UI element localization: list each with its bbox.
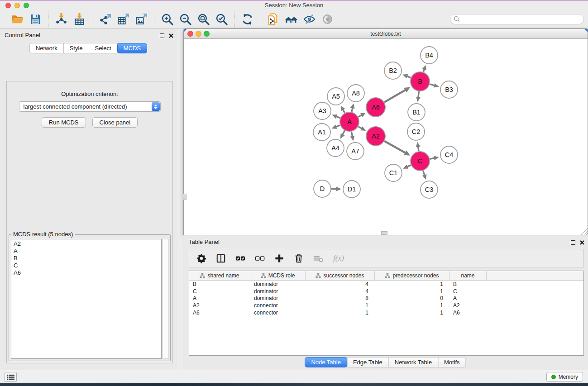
select-all-icon[interactable] — [235, 253, 245, 264]
import-table-icon[interactable] — [72, 11, 87, 27]
table-cell[interactable]: connector — [250, 302, 306, 309]
delete-table-icon[interactable] — [313, 253, 323, 264]
network-zoom-button[interactable] — [204, 31, 210, 37]
memory-button[interactable]: Memory — [546, 372, 583, 382]
table-cell[interactable]: B — [449, 281, 487, 287]
tab-mcds[interactable]: MCDS — [117, 43, 147, 53]
table-row-A2[interactable]: A2connector11A2 — [189, 302, 583, 309]
mcds-result-scrollbar[interactable] — [163, 239, 169, 359]
table-cell[interactable]: 1 — [375, 310, 449, 316]
hide-attributes-icon[interactable] — [301, 11, 317, 27]
table-row-B[interactable]: Bdominator41B — [189, 281, 583, 288]
close-panel-icon[interactable] — [580, 238, 584, 247]
graph-edge-A-A1[interactable] — [332, 124, 340, 129]
tab-edge-table[interactable]: Edge Table — [347, 357, 389, 367]
open-session-icon[interactable] — [10, 11, 25, 27]
column-header-shared-name[interactable]: shared name — [189, 271, 250, 280]
tab-style[interactable]: Style — [63, 43, 89, 53]
search-input[interactable] — [450, 14, 584, 24]
splitter-handle[interactable] — [183, 194, 186, 200]
table-cell[interactable]: A — [189, 295, 250, 301]
save-session-icon[interactable] — [28, 11, 43, 27]
graph-node-B4[interactable]: B4 — [421, 47, 438, 64]
graph-node-B2[interactable]: B2 — [384, 62, 402, 79]
column-header-name[interactable]: name — [449, 271, 487, 280]
table-cell[interactable]: 1 — [306, 310, 375, 316]
table-row-A6[interactable]: A6connector11A6 — [189, 309, 583, 316]
graph-node-C2[interactable]: C2 — [407, 123, 425, 140]
run-mcds-button[interactable]: Run MCDS — [42, 117, 86, 128]
table-cell[interactable]: 4 — [306, 288, 375, 295]
table-cell[interactable]: 0 — [375, 295, 449, 301]
graph-edge-C-C1[interactable] — [403, 165, 411, 169]
delete-column-icon[interactable] — [294, 253, 304, 264]
column-header-successor-nodes[interactable]: successor nodes — [306, 271, 375, 280]
tab-node-table[interactable]: Node Table — [305, 357, 347, 367]
table-cell[interactable]: dominator — [250, 281, 306, 287]
add-column-icon[interactable] — [274, 253, 284, 264]
graph-edge-C-C4[interactable] — [430, 156, 439, 160]
function-builder-icon[interactable]: f(x) — [333, 253, 347, 264]
splitter-handle[interactable] — [381, 231, 387, 235]
import-network-icon[interactable] — [53, 11, 69, 27]
network-close-button[interactable] — [187, 31, 193, 37]
float-panel-icon[interactable] — [571, 240, 575, 245]
tab-motifs[interactable]: Motifs — [438, 357, 466, 367]
mcds-result-item[interactable]: A — [11, 248, 161, 255]
graph-node-B[interactable]: B — [411, 72, 430, 91]
column-view-icon[interactable] — [216, 253, 226, 264]
mcds-result-list[interactable]: A2ABCA6 — [11, 239, 162, 359]
close-panel-icon[interactable] — [169, 32, 173, 40]
graph-edge-B-B2[interactable] — [402, 74, 411, 78]
table-cell[interactable]: 1 — [375, 281, 449, 287]
table-cell[interactable]: dominator — [250, 288, 306, 295]
table-row-A[interactable]: Adominator80A — [189, 295, 583, 302]
settings-icon[interactable] — [196, 253, 206, 264]
zoom-fit-icon[interactable] — [196, 11, 211, 27]
table-cell[interactable]: 1 — [375, 288, 449, 295]
graph-node-C4[interactable]: C4 — [440, 146, 458, 163]
table-cell[interactable]: 4 — [306, 281, 375, 287]
graph-node-B3[interactable]: B3 — [440, 81, 458, 98]
graph-edge-A-A7[interactable] — [350, 132, 354, 141]
tab-network[interactable]: Network — [29, 43, 64, 53]
refresh-layout-icon[interactable] — [239, 11, 255, 27]
graph-node-C[interactable]: C — [411, 152, 430, 171]
graph-edge-A-A4[interactable] — [340, 130, 345, 138]
mcds-result-item[interactable]: A6 — [11, 269, 161, 276]
table-cell[interactable]: C — [449, 288, 487, 295]
table-cell[interactable]: A2 — [449, 302, 487, 309]
export-image-icon[interactable] — [134, 11, 149, 27]
column-header-predecessor-nodes[interactable]: predecessor nodes — [375, 271, 449, 280]
graph-edge-A-A8[interactable] — [350, 103, 355, 112]
zoom-window-button[interactable] — [24, 3, 29, 8]
deselect-all-icon[interactable] — [255, 253, 265, 264]
export-network-icon[interactable] — [97, 11, 113, 27]
graph-edge-A-A6[interactable] — [358, 113, 366, 117]
graph-node-C1[interactable]: C1 — [385, 164, 402, 181]
graph-node-A5[interactable]: A5 — [327, 88, 344, 105]
graph-node-A7[interactable]: A7 — [347, 143, 364, 160]
table-cell[interactable]: A6 — [449, 310, 487, 316]
graph-edge-C-C2[interactable] — [416, 142, 421, 151]
clone-network-icon[interactable] — [265, 11, 281, 27]
optimization-criterion-dropdown[interactable]: largest connected component (directed) — [19, 101, 161, 112]
graph-edge-A-A3[interactable] — [332, 114, 340, 119]
mcds-result-item[interactable]: C — [11, 262, 161, 269]
graph-edge-A-A5[interactable] — [341, 105, 345, 113]
tab-network-table[interactable]: Network Table — [388, 357, 438, 367]
close-panel-button[interactable]: Close panel — [92, 117, 138, 128]
table-cell[interactable]: connector — [250, 310, 306, 316]
network-minimize-button[interactable] — [196, 31, 201, 37]
graph-node-B1[interactable]: B1 — [408, 104, 425, 121]
graph-edge-B-B1[interactable] — [416, 91, 421, 102]
table-cell[interactable]: 8 — [306, 295, 375, 301]
graph-node-A1[interactable]: A1 — [313, 124, 330, 141]
table-cell[interactable]: C — [189, 288, 250, 295]
table-cell[interactable]: dominator — [250, 295, 306, 301]
mcds-result-item[interactable]: B — [11, 255, 161, 262]
graph-edge-D-D1[interactable] — [331, 186, 341, 191]
graph-edge-A6-B[interactable] — [384, 87, 410, 102]
graph-node-D[interactable]: D — [314, 180, 331, 197]
graph-node-A[interactable]: A — [340, 112, 359, 131]
